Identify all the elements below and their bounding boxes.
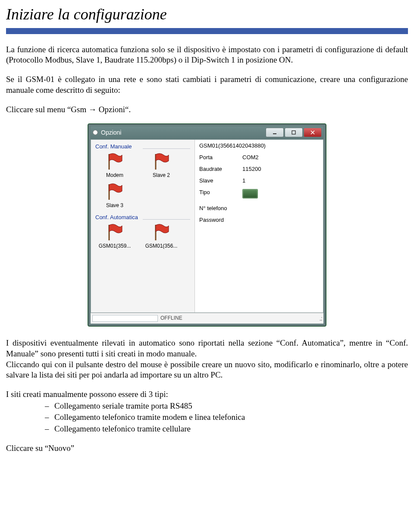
site-label: GSM01(356... xyxy=(142,243,181,250)
maximize-icon xyxy=(291,130,296,135)
paragraph: I dispositivi eventualmente rilevati in … xyxy=(6,338,408,359)
close-button[interactable] xyxy=(304,128,322,137)
window-icon xyxy=(93,130,97,135)
prop-row-telefono: N° telefono xyxy=(199,205,319,212)
maximize-button[interactable] xyxy=(285,128,303,137)
flag-icon xyxy=(152,223,170,241)
prop-key: N° telefono xyxy=(199,205,242,212)
prop-value: COM2 xyxy=(242,154,319,161)
site-label: GSM01(359... xyxy=(95,243,134,250)
board-icon xyxy=(242,189,258,198)
flag-icon xyxy=(106,152,124,170)
sites-pane[interactable]: Conf. Manuale Modem Slave 2 xyxy=(91,140,194,312)
site-item-gsm01a[interactable]: GSM01(359... xyxy=(95,223,134,250)
paragraph: Cliccando qui con il pulsante destro del… xyxy=(6,359,408,381)
properties-pane: GSM01(35661402043880) Porta COM2 Baudrat… xyxy=(194,140,323,312)
prop-key: Baudrate xyxy=(199,166,242,173)
prop-row-porta: Porta COM2 xyxy=(199,154,319,161)
prop-row-slave: Slave 1 xyxy=(199,177,319,185)
site-label: Modem xyxy=(95,172,134,179)
status-text: OFFLINE xyxy=(160,315,182,322)
title-rule xyxy=(6,28,408,34)
site-label: Slave 3 xyxy=(95,202,134,209)
types-list: Collegamento seriale tramite porta RS485… xyxy=(6,401,408,434)
paragraph: Se il GSM-01 è collegato in una rete e s… xyxy=(6,74,408,95)
site-item-modem[interactable]: Modem xyxy=(95,152,134,179)
site-label: Slave 2 xyxy=(142,172,181,179)
prop-value xyxy=(242,205,319,212)
svg-rect-1 xyxy=(292,131,295,134)
paragraph: I siti creati manualmente possono essere… xyxy=(6,389,408,400)
flag-icon xyxy=(152,152,170,170)
manual-sites: Modem Slave 2 Slave 3 xyxy=(95,152,190,209)
group-rule xyxy=(143,148,190,149)
prop-row-baudrate: Baudrate 115200 xyxy=(199,166,319,173)
list-item: Collegamento telefonico tramite cellular… xyxy=(45,424,408,434)
prop-row-password: Password xyxy=(199,217,319,224)
page-title: Iniziare la configurazione xyxy=(6,4,408,25)
group-auto-label: Conf. Automatica xyxy=(95,214,190,221)
progress-bar xyxy=(92,315,158,322)
prop-key: Slave xyxy=(199,177,242,185)
paragraph: Cliccare su “Nuovo” xyxy=(6,443,408,454)
list-item: Collegamento telefonico tramite modem e … xyxy=(45,412,408,423)
site-item-gsm01b[interactable]: GSM01(356... xyxy=(142,223,181,250)
prop-value: 1 xyxy=(242,177,319,185)
list-item: Collegamento seriale tramite porta RS485 xyxy=(45,401,408,412)
site-item-slave2[interactable]: Slave 2 xyxy=(142,152,181,179)
close-icon xyxy=(310,130,315,135)
window-buttons xyxy=(266,128,322,137)
resize-grip-icon[interactable]: ..: xyxy=(319,315,322,322)
prop-value: 115200 xyxy=(242,166,319,173)
site-item-slave3[interactable]: Slave 3 xyxy=(95,183,134,209)
status-bar: OFFLINE ..: xyxy=(91,313,323,324)
dialog-container: Opzioni Conf. Manuale xyxy=(6,123,408,327)
paragraph: Cliccare sul menu “Gsm → Opzioni“. xyxy=(6,104,408,115)
dialog-title: Opzioni xyxy=(101,129,262,136)
dialog-titlebar[interactable]: Opzioni xyxy=(91,126,323,139)
group-rule xyxy=(143,219,190,220)
prop-key: Password xyxy=(199,217,242,224)
group-manual-label: Conf. Manuale xyxy=(95,143,190,151)
prop-row-tipo: Tipo xyxy=(199,189,319,201)
prop-value-tipo xyxy=(242,189,319,201)
minimize-button[interactable] xyxy=(266,128,284,137)
prop-key: Tipo xyxy=(199,189,242,201)
options-dialog: Opzioni Conf. Manuale xyxy=(88,123,326,327)
properties-header: GSM01(35661402043880) xyxy=(199,142,319,150)
flag-icon xyxy=(106,223,124,241)
prop-key: Porta xyxy=(199,154,242,161)
paragraph: La funzione di ricerca automatica funzio… xyxy=(6,44,408,66)
minimize-icon xyxy=(272,130,277,135)
dialog-body: Conf. Manuale Modem Slave 2 xyxy=(91,139,323,313)
auto-sites: GSM01(359... GSM01(356... xyxy=(95,223,190,250)
flag-icon xyxy=(106,183,124,201)
prop-value xyxy=(242,217,319,224)
